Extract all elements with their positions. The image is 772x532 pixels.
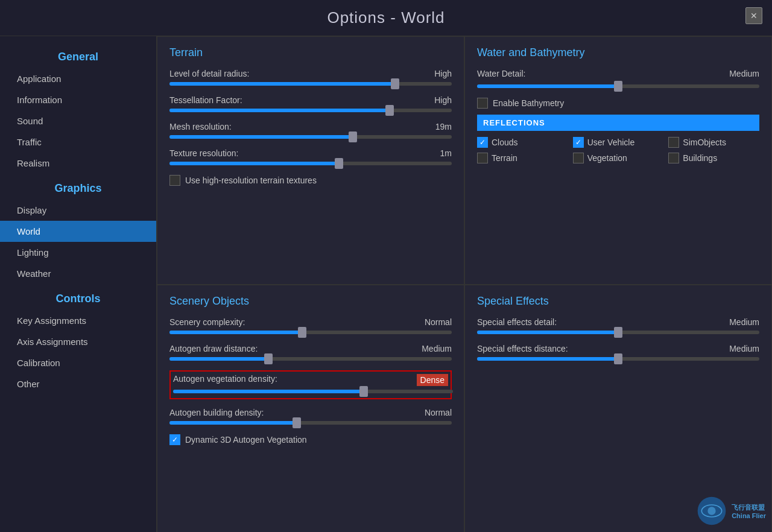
scenery-complexity-track[interactable] bbox=[169, 331, 452, 334]
high-res-textures-checkbox[interactable] bbox=[169, 175, 180, 186]
sidebar-item-lighting[interactable]: Lighting bbox=[0, 242, 156, 263]
special-effects-distance-value: Medium bbox=[729, 344, 759, 353]
tessellation-value: High bbox=[434, 95, 452, 105]
dynamic-vegetation-checkbox[interactable] bbox=[169, 434, 180, 445]
scenery-complexity-label: Scenery complexity: bbox=[169, 317, 245, 327]
sidebar-item-other[interactable]: Other bbox=[0, 373, 156, 394]
water-detail-track[interactable] bbox=[477, 84, 759, 88]
reflection-vegetation[interactable]: Vegetation bbox=[573, 153, 664, 163]
watermark-text: 飞行音联盟 China Flier bbox=[732, 503, 766, 519]
vegetation-label: Vegetation bbox=[587, 153, 627, 163]
reflections-header: REFLECTIONS bbox=[477, 115, 759, 131]
vegetation-checkbox[interactable] bbox=[573, 153, 584, 163]
autogen-building-density-track[interactable] bbox=[169, 421, 452, 425]
mesh-resolution-row: Mesh resolution: 19m bbox=[169, 122, 452, 139]
water-detail-value: Medium bbox=[729, 69, 759, 78]
reflection-user-vehicle[interactable]: User Vehicle bbox=[573, 137, 664, 148]
clouds-label: Clouds bbox=[492, 138, 518, 147]
autogen-building-density-label: Autogen building density: bbox=[169, 408, 264, 417]
mesh-resolution-value: 19m bbox=[435, 122, 452, 131]
autogen-vegetation-density-track[interactable] bbox=[173, 390, 453, 393]
special-effects-distance-track[interactable] bbox=[477, 357, 759, 361]
tessellation-track[interactable] bbox=[169, 109, 452, 112]
autogen-draw-distance-row: Autogen draw distance: Medium bbox=[169, 344, 452, 361]
mesh-resolution-track[interactable] bbox=[169, 135, 452, 139]
autogen-vegetation-density-highlighted: Autogen vegetation density: Dense bbox=[169, 370, 452, 399]
clouds-checkbox[interactable] bbox=[477, 137, 488, 148]
bathymetry-row[interactable]: Enable Bathymetry bbox=[477, 98, 759, 109]
reflection-simobjects[interactable]: SimObjects bbox=[668, 137, 759, 148]
special-effects-detail-row: Special effects detail: Medium bbox=[477, 317, 759, 334]
lod-radius-row: Level of detail radius: High bbox=[169, 69, 452, 86]
reflection-clouds[interactable]: Clouds bbox=[477, 137, 568, 148]
terrain-label: Terrain bbox=[492, 153, 517, 163]
sidebar-item-calibration[interactable]: Calibration bbox=[0, 352, 156, 373]
special-effects-distance-row: Special effects distance: Medium bbox=[477, 344, 759, 361]
lod-radius-value: High bbox=[434, 69, 452, 78]
texture-resolution-track[interactable] bbox=[169, 162, 452, 165]
sidebar-item-realism[interactable]: Realism bbox=[0, 153, 156, 174]
tessellation-row: Tessellation Factor: High bbox=[169, 95, 452, 112]
texture-resolution-label: Texture resolution: bbox=[169, 148, 238, 158]
sidebar-item-display[interactable]: Display bbox=[0, 200, 156, 221]
autogen-vegetation-density-value: Dense bbox=[417, 374, 448, 386]
lod-radius-track[interactable] bbox=[169, 82, 452, 86]
scenery-complexity-value: Normal bbox=[425, 317, 452, 327]
dynamic-vegetation-label: Dynamic 3D Autogen Vegetation bbox=[185, 435, 307, 445]
close-button[interactable]: ✕ bbox=[745, 7, 762, 24]
page-title: Options - World bbox=[8, 8, 764, 27]
title-bar: Options - World ✕ bbox=[0, 0, 772, 36]
sidebar: General Application Information Sound Tr… bbox=[0, 36, 157, 532]
sidebar-item-key-assignments[interactable]: Key Assignments bbox=[0, 310, 156, 331]
sidebar-controls-title: Controls bbox=[0, 284, 156, 310]
reflection-buildings[interactable]: Buildings bbox=[668, 153, 759, 163]
special-effects-panel: Special Effects Special effects detail: … bbox=[464, 285, 772, 532]
special-effects-detail-value: Medium bbox=[729, 317, 759, 327]
bathymetry-checkbox[interactable] bbox=[477, 98, 488, 109]
water-panel: Water and Bathymetry Water Detail: Mediu… bbox=[464, 36, 772, 285]
terrain-checkbox[interactable] bbox=[477, 153, 488, 163]
sidebar-item-information[interactable]: Information bbox=[0, 89, 156, 110]
user-vehicle-label: User Vehicle bbox=[587, 138, 635, 147]
autogen-draw-distance-label: Autogen draw distance: bbox=[169, 344, 258, 353]
high-res-textures-row[interactable]: Use high-resolution terrain textures bbox=[169, 175, 452, 186]
terrain-title: Terrain bbox=[169, 46, 452, 59]
sidebar-item-traffic[interactable]: Traffic bbox=[0, 131, 156, 153]
reflection-terrain[interactable]: Terrain bbox=[477, 153, 568, 163]
water-detail-label: Water Detail: bbox=[477, 69, 525, 78]
dynamic-vegetation-row[interactable]: Dynamic 3D Autogen Vegetation bbox=[169, 434, 452, 445]
watermark-line2: China Flier bbox=[732, 512, 766, 519]
texture-resolution-row: Texture resolution: 1m bbox=[169, 148, 452, 165]
mesh-resolution-label: Mesh resolution: bbox=[169, 122, 232, 131]
special-effects-title: Special Effects bbox=[477, 295, 759, 308]
lod-radius-label: Level of detail radius: bbox=[169, 69, 249, 78]
buildings-checkbox[interactable] bbox=[668, 153, 679, 163]
sidebar-item-application[interactable]: Application bbox=[0, 68, 156, 89]
autogen-building-density-row: Autogen building density: Normal bbox=[169, 408, 452, 425]
watermark-line1: 飞行音联盟 bbox=[732, 503, 766, 512]
sidebar-item-world[interactable]: World bbox=[0, 221, 156, 242]
scenery-title: Scenery Objects bbox=[169, 295, 452, 308]
bathymetry-label: Enable Bathymetry bbox=[493, 98, 564, 108]
autogen-draw-distance-value: Medium bbox=[422, 344, 452, 353]
reflections-grid: Clouds User Vehicle SimObjects Terrain V… bbox=[477, 137, 759, 163]
user-vehicle-checkbox[interactable] bbox=[573, 137, 584, 148]
scenery-panel: Scenery Objects Scenery complexity: Norm… bbox=[157, 285, 464, 532]
special-effects-distance-label: Special effects distance: bbox=[477, 344, 568, 353]
special-effects-detail-track[interactable] bbox=[477, 331, 759, 334]
autogen-building-density-value: Normal bbox=[425, 408, 452, 417]
autogen-vegetation-density-label: Autogen vegetation density: bbox=[173, 374, 277, 386]
texture-resolution-value: 1m bbox=[440, 148, 452, 158]
tessellation-label: Tessellation Factor: bbox=[169, 95, 242, 105]
svg-point-2 bbox=[707, 507, 715, 515]
sidebar-item-weather[interactable]: Weather bbox=[0, 263, 156, 284]
scenery-complexity-row: Scenery complexity: Normal bbox=[169, 317, 452, 334]
terrain-panel: Terrain Level of detail radius: High Tes… bbox=[157, 36, 464, 285]
buildings-label: Buildings bbox=[683, 153, 717, 163]
sidebar-item-axis-assignments[interactable]: Axis Assignments bbox=[0, 331, 156, 352]
water-title: Water and Bathymetry bbox=[477, 46, 759, 59]
sidebar-item-sound[interactable]: Sound bbox=[0, 110, 156, 131]
simobjects-checkbox[interactable] bbox=[668, 137, 679, 148]
autogen-draw-distance-track[interactable] bbox=[169, 357, 452, 361]
sidebar-graphics-title: Graphics bbox=[0, 174, 156, 200]
